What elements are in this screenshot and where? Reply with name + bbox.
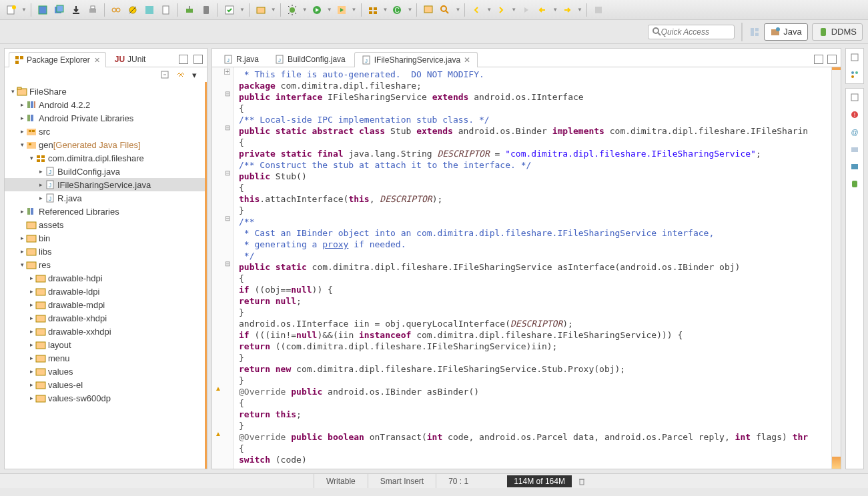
tree-assets[interactable]: ▸assets [5,218,205,231]
declaration-icon[interactable] [850,145,859,154]
perspective-ddms[interactable]: DDMS [812,23,863,41]
editor-tab-ifile[interactable]: J IFileSharingService.java ✕ [354,52,478,67]
tree-dhdpi[interactable]: ▸drawable-hdpi [5,271,205,285]
heap-status[interactable]: 114M of 164M [507,475,572,487]
open-perspective-icon[interactable] [749,27,760,37]
tree-project[interactable]: ▾FileShare [5,85,205,98]
sdk-icon[interactable] [182,3,197,17]
tree-menu[interactable]: ▸menu [5,351,205,365]
pin-icon[interactable] [591,3,606,17]
editor-tab-close-icon[interactable]: ✕ [464,55,470,65]
run-icon[interactable] [310,3,324,17]
svg-rect-65 [27,208,30,215]
avd-icon[interactable] [199,3,213,17]
search-icon[interactable] [438,3,452,17]
fold-collapse-icon[interactable]: ⊟ [224,91,230,97]
tree-gen[interactable]: ▾gen [Generated Java Files] [5,138,205,151]
tree-bin[interactable]: ▸bin [5,231,205,245]
svg-rect-69 [27,249,36,255]
open-type-icon[interactable] [421,3,436,17]
lint-icon[interactable] [222,3,237,17]
svg-text:C: C [395,7,400,14]
restore-icon[interactable] [850,93,859,102]
new-file-icon[interactable] [159,3,173,17]
code-content[interactable]: * This file is auto-generated. DO NOT MO… [236,67,827,469]
fold-collapse-icon[interactable]: ⊟ [224,216,230,222]
fold-collapse-icon[interactable]: ⊟ [224,125,230,131]
svg-point-8 [116,8,120,12]
tab-close-icon[interactable]: ✕ [94,56,100,65]
quick-access-input[interactable] [661,27,731,37]
tree-values-sw[interactable]: ▸values-sw600dp [5,391,205,405]
debug-icon[interactable] [285,3,300,17]
nav-prev-icon[interactable] [469,3,484,17]
nav-next-icon[interactable] [494,3,508,17]
svg-rect-16 [257,7,265,13]
collapse-all-icon[interactable] [160,70,169,79]
link-editor-icon[interactable] [176,70,185,79]
tree-dxxhdpi[interactable]: ▸drawable-xxhdpi [5,325,205,338]
forward-icon[interactable] [560,3,574,17]
editor-gutter[interactable]: + ⊟ ⊟ ⊟ ⊟ ⊟ ▲ ▲ [212,67,234,469]
tree-rjava[interactable]: ▸JR.java [5,191,205,205]
svg-point-90 [851,75,854,78]
tree-package[interactable]: ▾com.dimitra.dipl.fileshare [5,151,205,165]
gc-icon[interactable] [577,477,586,486]
new-class-icon[interactable]: C [390,3,404,17]
tree-values[interactable]: ▸values [5,365,205,378]
tree-layout[interactable]: ▸layout [5,338,205,351]
skip-breakpoints-icon[interactable] [125,3,140,17]
perspective-java[interactable]: Java [764,23,807,41]
outline-icon[interactable] [850,70,859,79]
minimize-icon[interactable] [179,55,188,64]
overview-ruler[interactable] [831,67,841,469]
tree-values-el[interactable]: ▸values-el [5,378,205,391]
new-icon[interactable] [4,3,19,17]
tree-dxhdpi[interactable]: ▸drawable-xhdpi [5,311,205,325]
download-icon[interactable] [69,3,83,17]
warning-icon[interactable]: ▲ [215,431,221,437]
last-edit-icon[interactable] [518,3,533,17]
tree-libs[interactable]: ▸libs [5,245,205,258]
logcat-icon[interactable] [850,179,859,189]
editor-tab-r[interactable]: J R.java [216,51,266,67]
tab-package-explorer[interactable]: Package Explorer ✕ [9,52,106,67]
tree-android[interactable]: ▸Android 4.2.2 [5,98,205,111]
tree-dldpi[interactable]: ▸drawable-ldpi [5,285,205,298]
console-icon[interactable] [850,162,859,171]
tree-priv-lib[interactable]: ▸Android Private Libraries [5,111,205,125]
warning-icon[interactable]: ▲ [215,386,221,392]
tree-dmdpi[interactable]: ▸drawable-mdpi [5,298,205,311]
editor-maximize-icon[interactable] [827,55,837,64]
new-project-icon[interactable] [254,3,268,17]
svg-rect-95 [851,147,858,152]
project-tree[interactable]: ▾FileShare ▸Android 4.2.2 ▸Android Priva… [5,82,207,469]
back-icon[interactable] [535,3,550,17]
save-icon[interactable] [35,3,50,17]
restore-icon[interactable] [850,53,859,62]
build-icon[interactable] [142,3,157,17]
print-icon[interactable] [85,3,100,17]
tree-buildconfig[interactable]: ▸JBuildConfig.java [5,165,205,178]
run-last-icon[interactable] [334,3,349,17]
package-explorer-view: Package Explorer ✕ JU JUnit ▾ ▾FileShare… [4,48,207,469]
fold-expand-icon[interactable]: + [224,69,230,75]
tree-reflib[interactable]: ▸Referenced Libraries [5,205,205,218]
view-menu-icon[interactable]: ▾ [192,70,201,79]
save-all-icon[interactable] [52,3,67,17]
quick-access-field[interactable] [648,25,735,39]
javadoc-icon[interactable]: @ [850,127,859,137]
editor-tab-bc[interactable]: J BuildConfig.java [268,51,353,67]
tree-src[interactable]: ▸src [5,125,205,138]
tree-ifile[interactable]: ▸JIFileSharingService.java [5,178,205,191]
tab-junit[interactable]: JU JUnit [109,51,152,67]
editor-body[interactable]: + ⊟ ⊟ ⊟ ⊟ ⊟ ▲ ▲ * This file is auto-gene… [212,67,841,469]
fold-collapse-icon[interactable]: ⊟ [224,171,230,177]
maximize-icon[interactable] [193,55,203,64]
problems-icon[interactable]: ! [850,110,859,119]
tree-res[interactable]: ▾res [5,258,205,271]
editor-minimize-icon[interactable] [814,55,823,64]
link-icon[interactable] [109,3,123,17]
fold-collapse-icon[interactable]: ⊟ [224,261,230,267]
new-package-icon[interactable] [366,3,380,17]
